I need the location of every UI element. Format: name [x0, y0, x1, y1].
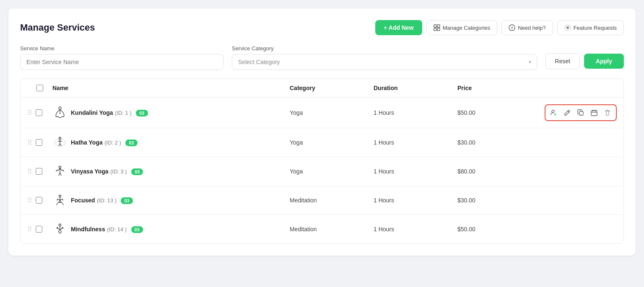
apply-button[interactable]: Apply [584, 54, 624, 69]
drag-handle-icon[interactable]: ⠿ [27, 109, 32, 117]
svg-point-9 [552, 110, 554, 113]
assign-staff-icon [551, 109, 557, 116]
yoga-icon [53, 106, 67, 120]
service-badge: 03 [131, 226, 143, 233]
service-icon [52, 135, 68, 150]
svg-point-13 [59, 137, 61, 140]
service-name-group: Mindfulness (ID: 14 ) 03 [71, 225, 143, 233]
name-cell: Mindfulness (ID: 14 ) 03 [52, 222, 290, 237]
services-table: Name Category Duration Price ⠿ [20, 78, 624, 244]
drag-handle-icon[interactable]: ⠿ [27, 168, 32, 176]
service-name-input[interactable] [20, 54, 223, 70]
edit-icon [564, 109, 571, 116]
service-name: Vinyasa Yoga [71, 168, 109, 175]
calendar-icon [591, 109, 597, 116]
select-wrapper: Select Category Yoga Meditation ▾ [232, 54, 537, 70]
page-title: Manage Services [20, 22, 95, 33]
service-badge: 03 [131, 168, 143, 175]
feature-requests-icon [564, 24, 571, 31]
col-header-duration: Duration [374, 85, 457, 91]
edit-button[interactable] [561, 107, 573, 119]
col-actions [541, 104, 617, 121]
row-left-cell: ⠿ [27, 139, 52, 147]
svg-rect-2 [434, 28, 436, 31]
delete-icon [604, 109, 611, 116]
service-category-label: Service Category [232, 45, 537, 52]
name-cell: Vinyasa Yoga (ID: 3 ) 03 [52, 164, 290, 179]
drag-handle-icon[interactable]: ⠿ [27, 225, 32, 233]
col-price: $80.00 [457, 168, 541, 175]
col-category: Meditation [290, 197, 374, 204]
mindfulness-icon [53, 222, 67, 236]
service-name: Kundalini Yoga [71, 109, 113, 116]
col-category: Meditation [290, 226, 374, 233]
table-row: ⠿ Kundalini Yoga (ID: 1 ) 03 [21, 98, 623, 128]
drag-handle-icon[interactable]: ⠿ [27, 139, 32, 147]
svg-rect-1 [437, 25, 440, 27]
col-header-name: Name [52, 85, 290, 91]
add-new-button[interactable]: + Add New [375, 20, 422, 35]
service-name: Mindfulness [71, 226, 105, 233]
col-price: $30.00 [457, 197, 541, 204]
col-price: $50.00 [457, 109, 541, 116]
service-name: Focused [71, 197, 95, 204]
row-checkbox[interactable] [36, 139, 42, 146]
col-header-actions [541, 85, 617, 91]
row-checkbox[interactable] [36, 226, 42, 233]
delete-button[interactable] [602, 107, 613, 119]
page-wrapper: Manage Services + Add New Manage Categor… [8, 8, 636, 256]
service-icon [52, 164, 68, 179]
assign-staff-button[interactable] [548, 107, 560, 119]
copy-icon [577, 109, 584, 116]
drag-handle-icon[interactable]: ⠿ [27, 197, 32, 204]
select-all-checkbox[interactable] [36, 85, 43, 91]
service-category-filter: Service Category Select Category Yoga Me… [232, 45, 537, 70]
service-name-group: Focused (ID: 13 ) 03 [71, 197, 133, 204]
name-cell: Focused (ID: 13 ) 03 [52, 193, 290, 208]
row-checkbox[interactable] [36, 168, 42, 175]
table-row: ⠿ Mindfulness (I [21, 215, 623, 243]
calendar-button[interactable] [588, 107, 600, 119]
filter-actions: Reset Apply [545, 53, 624, 70]
manage-categories-button[interactable]: Manage Categories [426, 20, 497, 35]
meditation-icon [53, 193, 67, 207]
name-cell: Kundalini Yoga (ID: 1 ) 03 [52, 105, 290, 120]
yoga2-icon [53, 135, 67, 150]
table-header: Name Category Duration Price [21, 79, 623, 98]
svg-text:?: ? [511, 26, 513, 30]
svg-rect-3 [437, 28, 440, 31]
row-checkbox[interactable] [36, 109, 42, 116]
header-checkbox-cell [27, 85, 52, 91]
svg-rect-10 [579, 111, 583, 115]
col-category: Yoga [290, 139, 374, 146]
row-left-cell: ⠿ [27, 197, 52, 204]
row-checkbox[interactable] [36, 197, 42, 204]
svg-point-14 [59, 166, 61, 168]
svg-point-8 [59, 107, 61, 109]
svg-rect-11 [591, 111, 597, 116]
service-id: (ID: 3 ) [110, 168, 127, 175]
need-help-button[interactable]: ? Need help? [501, 20, 553, 35]
service-badge: 03 [136, 110, 148, 116]
header-actions: + Add New Manage Categories ? Need help? [375, 20, 624, 35]
manage-categories-icon [434, 24, 440, 31]
reset-button[interactable]: Reset [545, 53, 580, 69]
col-duration: 1 Hours [374, 109, 457, 116]
service-category-select[interactable]: Select Category Yoga Meditation [232, 54, 537, 70]
svg-point-15 [59, 195, 61, 197]
table-row: ⠿ Focused (ID: 13 ) 03 [21, 186, 623, 215]
col-duration: 1 Hours [374, 226, 457, 233]
header: Manage Services + Add New Manage Categor… [20, 20, 624, 35]
service-name-filter: Service Name [20, 45, 223, 70]
svg-point-6 [566, 26, 569, 29]
service-icon [52, 193, 68, 208]
copy-button[interactable] [575, 107, 587, 119]
actions-highlighted-box [545, 104, 617, 121]
yoga3-icon [53, 164, 67, 178]
col-duration: 1 Hours [374, 168, 457, 175]
service-name: Hatha Yoga [71, 139, 103, 146]
feature-requests-button[interactable]: Feature Requests [557, 20, 624, 35]
name-cell: Hatha Yoga (ID: 2 ) 03 [52, 135, 290, 150]
row-left-cell: ⠿ [27, 168, 52, 176]
service-name-group: Hatha Yoga (ID: 2 ) 03 [71, 139, 138, 146]
